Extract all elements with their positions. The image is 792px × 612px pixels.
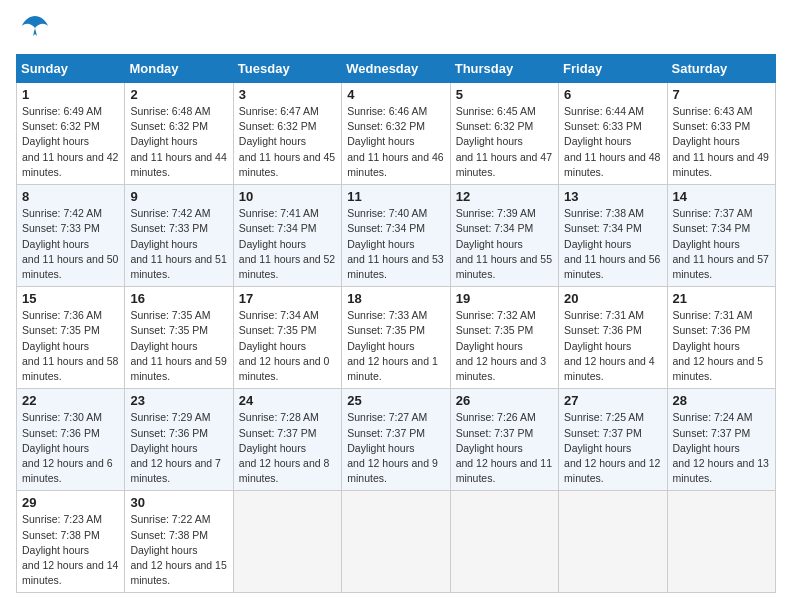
- day-number: 26: [456, 393, 553, 408]
- day-detail: Sunrise: 7:37 AMSunset: 7:34 PMDaylight …: [673, 206, 770, 282]
- day-number: 28: [673, 393, 770, 408]
- table-row: 8Sunrise: 7:42 AMSunset: 7:33 PMDaylight…: [17, 185, 125, 287]
- day-detail: Sunrise: 7:41 AMSunset: 7:34 PMDaylight …: [239, 206, 336, 282]
- calendar-header-wednesday: Wednesday: [342, 55, 450, 83]
- day-number: 9: [130, 189, 227, 204]
- day-number: 8: [22, 189, 119, 204]
- day-detail: Sunrise: 7:29 AMSunset: 7:36 PMDaylight …: [130, 410, 227, 486]
- day-detail: Sunrise: 7:34 AMSunset: 7:35 PMDaylight …: [239, 308, 336, 384]
- day-detail: Sunrise: 7:38 AMSunset: 7:34 PMDaylight …: [564, 206, 661, 282]
- day-detail: Sunrise: 7:42 AMSunset: 7:33 PMDaylight …: [130, 206, 227, 282]
- table-row: 5Sunrise: 6:45 AMSunset: 6:32 PMDaylight…: [450, 83, 558, 185]
- calendar-header-thursday: Thursday: [450, 55, 558, 83]
- table-row: 22Sunrise: 7:30 AMSunset: 7:36 PMDayligh…: [17, 389, 125, 491]
- day-number: 1: [22, 87, 119, 102]
- day-number: 21: [673, 291, 770, 306]
- day-detail: Sunrise: 7:23 AMSunset: 7:38 PMDaylight …: [22, 512, 119, 588]
- calendar-table: SundayMondayTuesdayWednesdayThursdayFrid…: [16, 54, 776, 593]
- day-number: 5: [456, 87, 553, 102]
- day-detail: Sunrise: 6:44 AMSunset: 6:33 PMDaylight …: [564, 104, 661, 180]
- calendar-header-friday: Friday: [559, 55, 667, 83]
- table-row: 24Sunrise: 7:28 AMSunset: 7:37 PMDayligh…: [233, 389, 341, 491]
- table-row: 14Sunrise: 7:37 AMSunset: 7:34 PMDayligh…: [667, 185, 775, 287]
- logo: [16, 16, 50, 46]
- table-row: 26Sunrise: 7:26 AMSunset: 7:37 PMDayligh…: [450, 389, 558, 491]
- day-number: 18: [347, 291, 444, 306]
- day-number: 17: [239, 291, 336, 306]
- day-number: 4: [347, 87, 444, 102]
- table-row: 29Sunrise: 7:23 AMSunset: 7:38 PMDayligh…: [17, 491, 125, 593]
- day-number: 24: [239, 393, 336, 408]
- day-number: 14: [673, 189, 770, 204]
- table-row: [233, 491, 341, 593]
- day-number: 19: [456, 291, 553, 306]
- day-number: 12: [456, 189, 553, 204]
- table-row: 19Sunrise: 7:32 AMSunset: 7:35 PMDayligh…: [450, 287, 558, 389]
- table-row: 17Sunrise: 7:34 AMSunset: 7:35 PMDayligh…: [233, 287, 341, 389]
- table-row: 23Sunrise: 7:29 AMSunset: 7:36 PMDayligh…: [125, 389, 233, 491]
- table-row: 3Sunrise: 6:47 AMSunset: 6:32 PMDaylight…: [233, 83, 341, 185]
- table-row: 25Sunrise: 7:27 AMSunset: 7:37 PMDayligh…: [342, 389, 450, 491]
- calendar-header-sunday: Sunday: [17, 55, 125, 83]
- table-row: [342, 491, 450, 593]
- day-detail: Sunrise: 7:31 AMSunset: 7:36 PMDaylight …: [673, 308, 770, 384]
- table-row: 21Sunrise: 7:31 AMSunset: 7:36 PMDayligh…: [667, 287, 775, 389]
- calendar-header-monday: Monday: [125, 55, 233, 83]
- day-detail: Sunrise: 7:42 AMSunset: 7:33 PMDaylight …: [22, 206, 119, 282]
- table-row: 16Sunrise: 7:35 AMSunset: 7:35 PMDayligh…: [125, 287, 233, 389]
- day-number: 16: [130, 291, 227, 306]
- day-number: 29: [22, 495, 119, 510]
- table-row: 30Sunrise: 7:22 AMSunset: 7:38 PMDayligh…: [125, 491, 233, 593]
- day-detail: Sunrise: 7:24 AMSunset: 7:37 PMDaylight …: [673, 410, 770, 486]
- table-row: 1Sunrise: 6:49 AMSunset: 6:32 PMDaylight…: [17, 83, 125, 185]
- day-detail: Sunrise: 7:31 AMSunset: 7:36 PMDaylight …: [564, 308, 661, 384]
- day-number: 7: [673, 87, 770, 102]
- day-number: 13: [564, 189, 661, 204]
- day-detail: Sunrise: 7:30 AMSunset: 7:36 PMDaylight …: [22, 410, 119, 486]
- day-number: 2: [130, 87, 227, 102]
- day-number: 23: [130, 393, 227, 408]
- table-row: 7Sunrise: 6:43 AMSunset: 6:33 PMDaylight…: [667, 83, 775, 185]
- day-detail: Sunrise: 7:33 AMSunset: 7:35 PMDaylight …: [347, 308, 444, 384]
- day-number: 22: [22, 393, 119, 408]
- table-row: 11Sunrise: 7:40 AMSunset: 7:34 PMDayligh…: [342, 185, 450, 287]
- table-row: [667, 491, 775, 593]
- table-row: 18Sunrise: 7:33 AMSunset: 7:35 PMDayligh…: [342, 287, 450, 389]
- table-row: 10Sunrise: 7:41 AMSunset: 7:34 PMDayligh…: [233, 185, 341, 287]
- table-row: 4Sunrise: 6:46 AMSunset: 6:32 PMDaylight…: [342, 83, 450, 185]
- table-row: 2Sunrise: 6:48 AMSunset: 6:32 PMDaylight…: [125, 83, 233, 185]
- table-row: [450, 491, 558, 593]
- day-detail: Sunrise: 7:40 AMSunset: 7:34 PMDaylight …: [347, 206, 444, 282]
- day-detail: Sunrise: 6:49 AMSunset: 6:32 PMDaylight …: [22, 104, 119, 180]
- day-number: 11: [347, 189, 444, 204]
- day-detail: Sunrise: 7:22 AMSunset: 7:38 PMDaylight …: [130, 512, 227, 588]
- calendar-header-tuesday: Tuesday: [233, 55, 341, 83]
- day-number: 20: [564, 291, 661, 306]
- table-row: 6Sunrise: 6:44 AMSunset: 6:33 PMDaylight…: [559, 83, 667, 185]
- day-detail: Sunrise: 7:39 AMSunset: 7:34 PMDaylight …: [456, 206, 553, 282]
- table-row: 28Sunrise: 7:24 AMSunset: 7:37 PMDayligh…: [667, 389, 775, 491]
- table-row: [559, 491, 667, 593]
- table-row: 9Sunrise: 7:42 AMSunset: 7:33 PMDaylight…: [125, 185, 233, 287]
- day-detail: Sunrise: 6:43 AMSunset: 6:33 PMDaylight …: [673, 104, 770, 180]
- day-detail: Sunrise: 7:35 AMSunset: 7:35 PMDaylight …: [130, 308, 227, 384]
- day-number: 30: [130, 495, 227, 510]
- day-number: 6: [564, 87, 661, 102]
- day-detail: Sunrise: 7:26 AMSunset: 7:37 PMDaylight …: [456, 410, 553, 486]
- page-header: [16, 16, 776, 46]
- calendar-header-saturday: Saturday: [667, 55, 775, 83]
- table-row: 15Sunrise: 7:36 AMSunset: 7:35 PMDayligh…: [17, 287, 125, 389]
- day-number: 3: [239, 87, 336, 102]
- day-number: 25: [347, 393, 444, 408]
- day-detail: Sunrise: 6:46 AMSunset: 6:32 PMDaylight …: [347, 104, 444, 180]
- day-number: 15: [22, 291, 119, 306]
- logo-bird-icon: [20, 12, 50, 46]
- table-row: 20Sunrise: 7:31 AMSunset: 7:36 PMDayligh…: [559, 287, 667, 389]
- day-number: 10: [239, 189, 336, 204]
- table-row: 13Sunrise: 7:38 AMSunset: 7:34 PMDayligh…: [559, 185, 667, 287]
- day-detail: Sunrise: 6:48 AMSunset: 6:32 PMDaylight …: [130, 104, 227, 180]
- day-detail: Sunrise: 7:27 AMSunset: 7:37 PMDaylight …: [347, 410, 444, 486]
- day-detail: Sunrise: 7:28 AMSunset: 7:37 PMDaylight …: [239, 410, 336, 486]
- day-detail: Sunrise: 7:25 AMSunset: 7:37 PMDaylight …: [564, 410, 661, 486]
- day-detail: Sunrise: 7:32 AMSunset: 7:35 PMDaylight …: [456, 308, 553, 384]
